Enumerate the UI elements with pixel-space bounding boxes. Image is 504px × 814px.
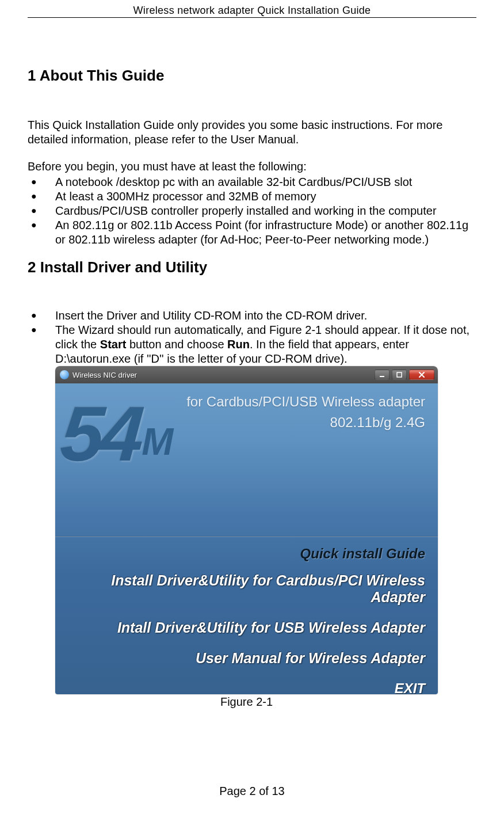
list-item: An 802.11g or 802.11b Access Point (for … [28, 218, 476, 247]
window-titlebar: Wireless NIC driver [55, 366, 438, 383]
section-1-intro: This Quick Installation Guide only provi… [28, 118, 476, 147]
autorun-body: 54M for Cardbus/PCI/USB Wireless adapter… [55, 383, 438, 694]
maximize-button[interactable] [392, 370, 407, 380]
header-rule [28, 17, 476, 18]
bold-start: Start [100, 338, 127, 351]
section-1-heading: 1 About This Guide [28, 67, 476, 85]
section-2-bullet-list: Insert the Driver and Utility CD-ROM int… [28, 309, 476, 366]
section-2-heading: 2 Install Driver and Utility [28, 258, 476, 276]
close-icon [418, 371, 425, 378]
menu-exit[interactable]: EXIT [72, 680, 425, 694]
close-button[interactable] [409, 370, 434, 380]
doc-header-title: Wireless network adapter Quick Installat… [0, 5, 504, 17]
app-icon [60, 370, 69, 379]
logo-54m: 54M [61, 395, 173, 473]
bold-run: Run [227, 338, 250, 351]
banner-line-2: 802.11b/g 2.4G [330, 414, 425, 431]
window-title: Wireless NIC driver [72, 371, 137, 379]
autorun-window: Wireless NIC driver 54M for Cardbus/PCI/… [55, 366, 438, 694]
menu-user-manual[interactable]: User Manual for Wireless Adapter [72, 650, 425, 667]
list-item: A notebook /desktop pc with an available… [28, 175, 476, 189]
text-fragment: button and choose [126, 338, 227, 351]
menu-quick-install-guide[interactable]: Quick install Guide [72, 546, 425, 562]
minimize-button[interactable] [375, 370, 390, 380]
list-item: Cardbus/PCI/USB controller properly inst… [28, 204, 476, 218]
menu-install-usb[interactable]: Intall Driver&Utility for USB Wireless A… [72, 619, 425, 636]
list-item: Insert the Driver and Utility CD-ROM int… [28, 309, 476, 323]
logo-unit: M [142, 420, 173, 463]
section-1-bullet-list: A notebook /desktop pc with an available… [28, 175, 476, 247]
figure-caption: Figure 2-1 [55, 695, 438, 709]
minimize-icon [379, 372, 385, 378]
menu-install-cardbus-pci[interactable]: Install Driver&Utility for Cardbus/PCI W… [72, 572, 425, 606]
page-footer: Page 2 of 13 [0, 785, 504, 798]
list-item: At least a 300MHz processor and 32MB of … [28, 189, 476, 204]
logo-number: 54 [58, 395, 143, 473]
maximize-icon [396, 372, 402, 378]
list-item: The Wizard should run automatically, and… [28, 323, 476, 366]
svg-rect-0 [380, 376, 384, 377]
divider-line [55, 536, 438, 537]
section-1-lead: Before you begin, you must have at least… [28, 159, 476, 174]
svg-rect-1 [397, 372, 402, 377]
banner-line-1: for Cardbus/PCI/USB Wireless adapter [186, 394, 425, 410]
autorun-menu: Quick install Guide Install Driver&Utili… [72, 546, 425, 694]
